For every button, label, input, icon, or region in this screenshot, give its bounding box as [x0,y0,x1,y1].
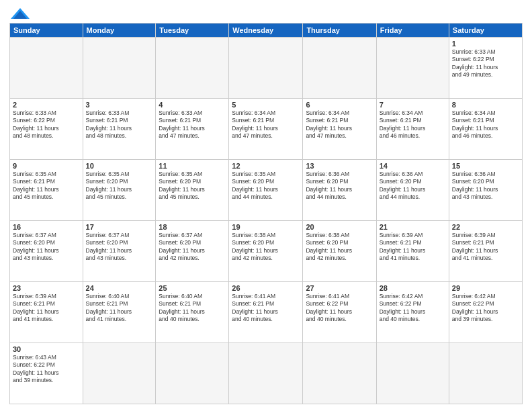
calendar-cell [449,343,522,404]
day-info: Sunrise: 6:35 AM Sunset: 6:21 PM Dayligh… [13,171,80,201]
week-row-2: 2Sunrise: 6:33 AM Sunset: 6:22 PM Daylig… [10,99,523,160]
day-info: Sunrise: 6:36 AM Sunset: 6:20 PM Dayligh… [380,171,446,201]
week-row-5: 23Sunrise: 6:39 AM Sunset: 6:21 PM Dayli… [10,282,523,343]
header-day-wednesday: Wednesday [229,24,303,38]
calendar-cell: 22Sunrise: 6:39 AM Sunset: 6:21 PM Dayli… [449,221,522,282]
calendar-cell [229,343,303,404]
day-number: 10 [86,162,153,170]
day-number: 23 [13,284,80,292]
day-info: Sunrise: 6:42 AM Sunset: 6:22 PM Dayligh… [452,293,519,324]
day-info: Sunrise: 6:39 AM Sunset: 6:21 PM Dayligh… [452,232,519,263]
day-info: Sunrise: 6:34 AM Sunset: 6:21 PM Dayligh… [380,109,446,140]
calendar-cell: 23Sunrise: 6:39 AM Sunset: 6:21 PM Dayli… [10,282,83,343]
header-day-monday: Monday [83,24,156,38]
logo [9,7,30,17]
day-number: 8 [452,101,519,109]
calendar-cell: 15Sunrise: 6:36 AM Sunset: 6:20 PM Dayli… [449,160,522,221]
header-day-tuesday: Tuesday [156,24,229,38]
calendar-cell [156,343,229,404]
day-number: 24 [86,284,153,292]
calendar-cell: 21Sunrise: 6:39 AM Sunset: 6:21 PM Dayli… [376,221,449,282]
day-info: Sunrise: 6:37 AM Sunset: 6:20 PM Dayligh… [13,232,80,263]
header-day-sunday: Sunday [10,24,83,38]
day-number: 20 [306,223,373,231]
calendar-cell: 29Sunrise: 6:42 AM Sunset: 6:22 PM Dayli… [449,282,522,343]
calendar-cell [83,38,156,99]
calendar-cell: 14Sunrise: 6:36 AM Sunset: 6:20 PM Dayli… [376,160,449,221]
calendar-cell: 27Sunrise: 6:41 AM Sunset: 6:22 PM Dayli… [303,282,376,343]
calendar-cell: 25Sunrise: 6:40 AM Sunset: 6:21 PM Dayli… [156,282,229,343]
calendar-cell: 28Sunrise: 6:42 AM Sunset: 6:22 PM Dayli… [376,282,449,343]
day-number: 22 [452,223,519,231]
day-info: Sunrise: 6:41 AM Sunset: 6:21 PM Dayligh… [232,293,300,324]
header-row: SundayMondayTuesdayWednesdayThursdayFrid… [10,24,523,38]
calendar-cell: 19Sunrise: 6:38 AM Sunset: 6:20 PM Dayli… [229,221,303,282]
day-info: Sunrise: 6:35 AM Sunset: 6:20 PM Dayligh… [232,171,300,201]
logo-icon [11,7,30,20]
calendar-cell: 12Sunrise: 6:35 AM Sunset: 6:20 PM Dayli… [229,160,303,221]
week-row-3: 9Sunrise: 6:35 AM Sunset: 6:21 PM Daylig… [10,160,523,221]
calendar-cell [10,38,83,99]
day-info: Sunrise: 6:34 AM Sunset: 6:21 PM Dayligh… [232,109,300,140]
day-number: 7 [380,101,446,109]
calendar-cell: 24Sunrise: 6:40 AM Sunset: 6:21 PM Dayli… [83,282,156,343]
day-number: 6 [306,101,373,109]
header-day-saturday: Saturday [449,24,522,38]
day-info: Sunrise: 6:41 AM Sunset: 6:22 PM Dayligh… [306,293,373,324]
day-number: 17 [86,223,153,231]
day-info: Sunrise: 6:36 AM Sunset: 6:20 PM Dayligh… [306,171,373,201]
day-info: Sunrise: 6:40 AM Sunset: 6:21 PM Dayligh… [86,293,153,324]
day-number: 1 [452,40,519,48]
calendar-cell: 5Sunrise: 6:34 AM Sunset: 6:21 PM Daylig… [229,99,303,160]
day-info: Sunrise: 6:33 AM Sunset: 6:22 PM Dayligh… [13,109,80,140]
calendar-cell: 1Sunrise: 6:33 AM Sunset: 6:22 PM Daylig… [449,38,522,99]
calendar-table: SundayMondayTuesdayWednesdayThursdayFrid… [9,23,523,404]
calendar-cell [376,38,449,99]
day-info: Sunrise: 6:38 AM Sunset: 6:20 PM Dayligh… [306,232,373,263]
day-info: Sunrise: 6:43 AM Sunset: 6:22 PM Dayligh… [13,354,80,385]
day-number: 29 [452,284,519,292]
header [9,7,523,17]
calendar-cell [303,343,376,404]
calendar-cell [303,38,376,99]
calendar-cell: 20Sunrise: 6:38 AM Sunset: 6:20 PM Dayli… [303,221,376,282]
calendar-cell: 10Sunrise: 6:35 AM Sunset: 6:20 PM Dayli… [83,160,156,221]
day-number: 3 [86,101,153,109]
calendar-cell [156,38,229,99]
day-info: Sunrise: 6:39 AM Sunset: 6:21 PM Dayligh… [380,232,446,263]
day-info: Sunrise: 6:36 AM Sunset: 6:20 PM Dayligh… [452,171,519,201]
day-info: Sunrise: 6:38 AM Sunset: 6:20 PM Dayligh… [232,232,300,263]
calendar-cell [376,343,449,404]
day-number: 14 [380,162,446,170]
calendar-cell: 26Sunrise: 6:41 AM Sunset: 6:21 PM Dayli… [229,282,303,343]
day-number: 16 [13,223,80,231]
header-day-thursday: Thursday [303,24,376,38]
day-number: 19 [232,223,300,231]
day-number: 21 [380,223,446,231]
day-number: 9 [13,162,80,170]
calendar-cell: 8Sunrise: 6:34 AM Sunset: 6:21 PM Daylig… [449,99,522,160]
header-day-friday: Friday [376,24,449,38]
day-info: Sunrise: 6:34 AM Sunset: 6:21 PM Dayligh… [452,109,519,140]
day-info: Sunrise: 6:33 AM Sunset: 6:21 PM Dayligh… [86,109,153,140]
day-number: 25 [159,284,226,292]
day-info: Sunrise: 6:33 AM Sunset: 6:21 PM Dayligh… [159,109,226,140]
day-number: 13 [306,162,373,170]
day-number: 12 [232,162,300,170]
day-info: Sunrise: 6:35 AM Sunset: 6:20 PM Dayligh… [86,171,153,201]
day-number: 4 [159,101,226,109]
week-row-4: 16Sunrise: 6:37 AM Sunset: 6:20 PM Dayli… [10,221,523,282]
day-info: Sunrise: 6:40 AM Sunset: 6:21 PM Dayligh… [159,293,226,324]
calendar-cell: 30Sunrise: 6:43 AM Sunset: 6:22 PM Dayli… [10,343,83,404]
day-number: 30 [13,345,80,353]
day-info: Sunrise: 6:35 AM Sunset: 6:20 PM Dayligh… [159,171,226,201]
calendar-cell: 18Sunrise: 6:37 AM Sunset: 6:20 PM Dayli… [156,221,229,282]
week-row-1: 1Sunrise: 6:33 AM Sunset: 6:22 PM Daylig… [10,38,523,99]
day-number: 18 [159,223,226,231]
day-info: Sunrise: 6:39 AM Sunset: 6:21 PM Dayligh… [13,293,80,324]
week-row-6: 30Sunrise: 6:43 AM Sunset: 6:22 PM Dayli… [10,343,523,404]
calendar-cell: 11Sunrise: 6:35 AM Sunset: 6:20 PM Dayli… [156,160,229,221]
calendar-cell [229,38,303,99]
calendar-cell: 17Sunrise: 6:37 AM Sunset: 6:20 PM Dayli… [83,221,156,282]
calendar-cell: 6Sunrise: 6:34 AM Sunset: 6:21 PM Daylig… [303,99,376,160]
